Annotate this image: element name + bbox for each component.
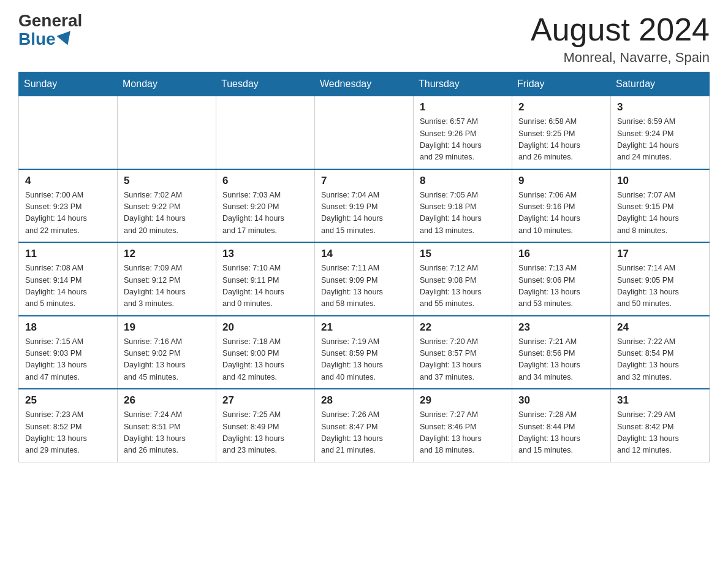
calendar-cell: 20Sunrise: 7:18 AMSunset: 9:00 PMDayligh… (216, 316, 315, 389)
calendar-week-row: 18Sunrise: 7:15 AMSunset: 9:03 PMDayligh… (19, 316, 710, 389)
day-info: Sunrise: 7:15 AMSunset: 9:03 PMDaylight:… (25, 336, 111, 384)
calendar-cell: 23Sunrise: 7:21 AMSunset: 8:56 PMDayligh… (512, 316, 611, 389)
calendar-cell: 22Sunrise: 7:20 AMSunset: 8:57 PMDayligh… (414, 316, 512, 389)
day-info: Sunrise: 7:24 AMSunset: 8:51 PMDaylight:… (124, 409, 210, 457)
calendar-cell: 4Sunrise: 7:00 AMSunset: 9:23 PMDaylight… (19, 169, 118, 243)
calendar-cell: 31Sunrise: 7:29 AMSunset: 8:42 PMDayligh… (611, 389, 710, 462)
calendar-cell: 30Sunrise: 7:28 AMSunset: 8:44 PMDayligh… (512, 389, 611, 462)
day-info: Sunrise: 7:18 AMSunset: 9:00 PMDaylight:… (222, 336, 308, 384)
day-number: 15 (420, 248, 506, 260)
day-number: 9 (518, 175, 604, 187)
day-number: 3 (617, 101, 703, 113)
day-number: 16 (518, 248, 604, 260)
day-info: Sunrise: 7:14 AMSunset: 9:05 PMDaylight:… (617, 262, 703, 310)
day-number: 20 (222, 321, 308, 334)
day-header-thursday: Thursday (414, 72, 512, 96)
day-info: Sunrise: 7:19 AMSunset: 8:59 PMDaylight:… (321, 336, 407, 384)
logo: General Blue (18, 12, 82, 49)
calendar-cell: 25Sunrise: 7:23 AMSunset: 8:52 PMDayligh… (19, 389, 118, 462)
calendar-cell (19, 96, 118, 169)
calendar-cell: 21Sunrise: 7:19 AMSunset: 8:59 PMDayligh… (315, 316, 414, 389)
day-info: Sunrise: 7:08 AMSunset: 9:14 PMDaylight:… (25, 262, 111, 310)
day-number: 31 (617, 394, 703, 407)
calendar-cell: 14Sunrise: 7:11 AMSunset: 9:09 PMDayligh… (315, 242, 414, 316)
day-header-saturday: Saturday (611, 72, 710, 96)
day-header-monday: Monday (118, 72, 216, 96)
day-number: 10 (617, 175, 703, 187)
calendar-header-row: SundayMondayTuesdayWednesdayThursdayFrid… (19, 72, 710, 96)
day-info: Sunrise: 7:00 AMSunset: 9:23 PMDaylight:… (25, 190, 111, 237)
day-info: Sunrise: 7:16 AMSunset: 9:02 PMDaylight:… (124, 336, 210, 384)
calendar-table: SundayMondayTuesdayWednesdayThursdayFrid… (18, 72, 710, 462)
day-header-sunday: Sunday (19, 72, 118, 96)
day-number: 6 (222, 175, 308, 187)
calendar-week-row: 4Sunrise: 7:00 AMSunset: 9:23 PMDaylight… (19, 169, 710, 243)
day-info: Sunrise: 7:29 AMSunset: 8:42 PMDaylight:… (617, 409, 703, 457)
day-info: Sunrise: 6:58 AMSunset: 9:25 PMDaylight:… (518, 116, 604, 164)
day-number: 5 (124, 175, 210, 187)
day-number: 19 (124, 321, 210, 334)
day-info: Sunrise: 7:04 AMSunset: 9:19 PMDaylight:… (321, 190, 407, 237)
day-number: 23 (518, 321, 604, 334)
calendar-cell: 24Sunrise: 7:22 AMSunset: 8:54 PMDayligh… (611, 316, 710, 389)
day-number: 13 (222, 248, 308, 260)
title-block: August 2024 Monreal, Navarre, Spain (531, 12, 710, 66)
calendar-cell: 17Sunrise: 7:14 AMSunset: 9:05 PMDayligh… (611, 242, 710, 316)
calendar-title: August 2024 (531, 12, 710, 47)
calendar-cell: 15Sunrise: 7:12 AMSunset: 9:08 PMDayligh… (414, 242, 512, 316)
day-number: 18 (25, 321, 111, 334)
calendar-cell (315, 96, 414, 169)
day-info: Sunrise: 7:25 AMSunset: 8:49 PMDaylight:… (222, 409, 308, 457)
day-number: 4 (25, 175, 111, 187)
calendar-cell: 6Sunrise: 7:03 AMSunset: 9:20 PMDaylight… (216, 169, 315, 243)
calendar-cell: 12Sunrise: 7:09 AMSunset: 9:12 PMDayligh… (118, 242, 216, 316)
calendar-cell: 7Sunrise: 7:04 AMSunset: 9:19 PMDaylight… (315, 169, 414, 243)
day-number: 2 (518, 101, 604, 113)
calendar-cell (118, 96, 216, 169)
day-number: 28 (321, 394, 407, 407)
day-header-friday: Friday (512, 72, 611, 96)
day-info: Sunrise: 6:57 AMSunset: 9:26 PMDaylight:… (420, 116, 506, 164)
day-number: 24 (617, 321, 703, 334)
calendar-week-row: 25Sunrise: 7:23 AMSunset: 8:52 PMDayligh… (19, 389, 710, 462)
day-number: 12 (124, 248, 210, 260)
day-number: 7 (321, 175, 407, 187)
calendar-cell: 11Sunrise: 7:08 AMSunset: 9:14 PMDayligh… (19, 242, 118, 316)
calendar-cell: 18Sunrise: 7:15 AMSunset: 9:03 PMDayligh… (19, 316, 118, 389)
day-info: Sunrise: 7:20 AMSunset: 8:57 PMDaylight:… (420, 336, 506, 384)
calendar-cell: 3Sunrise: 6:59 AMSunset: 9:24 PMDaylight… (611, 96, 710, 169)
day-number: 1 (420, 101, 506, 113)
day-number: 17 (617, 248, 703, 260)
day-info: Sunrise: 7:28 AMSunset: 8:44 PMDaylight:… (518, 409, 604, 457)
logo-blue-text: Blue (18, 29, 73, 49)
day-number: 29 (420, 394, 506, 407)
calendar-cell: 9Sunrise: 7:06 AMSunset: 9:16 PMDaylight… (512, 169, 611, 243)
day-header-tuesday: Tuesday (216, 72, 315, 96)
day-info: Sunrise: 7:06 AMSunset: 9:16 PMDaylight:… (518, 190, 604, 237)
day-info: Sunrise: 7:26 AMSunset: 8:47 PMDaylight:… (321, 409, 407, 457)
calendar-cell: 8Sunrise: 7:05 AMSunset: 9:18 PMDaylight… (414, 169, 512, 243)
day-info: Sunrise: 7:11 AMSunset: 9:09 PMDaylight:… (321, 262, 407, 310)
day-info: Sunrise: 7:05 AMSunset: 9:18 PMDaylight:… (420, 190, 506, 237)
day-info: Sunrise: 7:13 AMSunset: 9:06 PMDaylight:… (518, 262, 604, 310)
calendar-cell: 28Sunrise: 7:26 AMSunset: 8:47 PMDayligh… (315, 389, 414, 462)
day-info: Sunrise: 7:07 AMSunset: 9:15 PMDaylight:… (617, 190, 703, 237)
day-info: Sunrise: 7:27 AMSunset: 8:46 PMDaylight:… (420, 409, 506, 457)
calendar-subtitle: Monreal, Navarre, Spain (531, 50, 710, 66)
calendar-cell: 10Sunrise: 7:07 AMSunset: 9:15 PMDayligh… (611, 169, 710, 243)
day-header-wednesday: Wednesday (315, 72, 414, 96)
day-info: Sunrise: 7:21 AMSunset: 8:56 PMDaylight:… (518, 336, 604, 384)
day-number: 25 (25, 394, 111, 407)
calendar-cell: 19Sunrise: 7:16 AMSunset: 9:02 PMDayligh… (118, 316, 216, 389)
day-info: Sunrise: 7:09 AMSunset: 9:12 PMDaylight:… (124, 262, 210, 310)
calendar-cell: 26Sunrise: 7:24 AMSunset: 8:51 PMDayligh… (118, 389, 216, 462)
logo-general-text: General (18, 12, 82, 29)
day-info: Sunrise: 7:23 AMSunset: 8:52 PMDaylight:… (25, 409, 111, 457)
calendar-cell: 2Sunrise: 6:58 AMSunset: 9:25 PMDaylight… (512, 96, 611, 169)
logo-triangle-icon (56, 31, 74, 47)
day-info: Sunrise: 7:02 AMSunset: 9:22 PMDaylight:… (124, 190, 210, 237)
calendar-week-row: 11Sunrise: 7:08 AMSunset: 9:14 PMDayligh… (19, 242, 710, 316)
day-number: 14 (321, 248, 407, 260)
day-info: Sunrise: 7:03 AMSunset: 9:20 PMDaylight:… (222, 190, 308, 237)
day-number: 30 (518, 394, 604, 407)
